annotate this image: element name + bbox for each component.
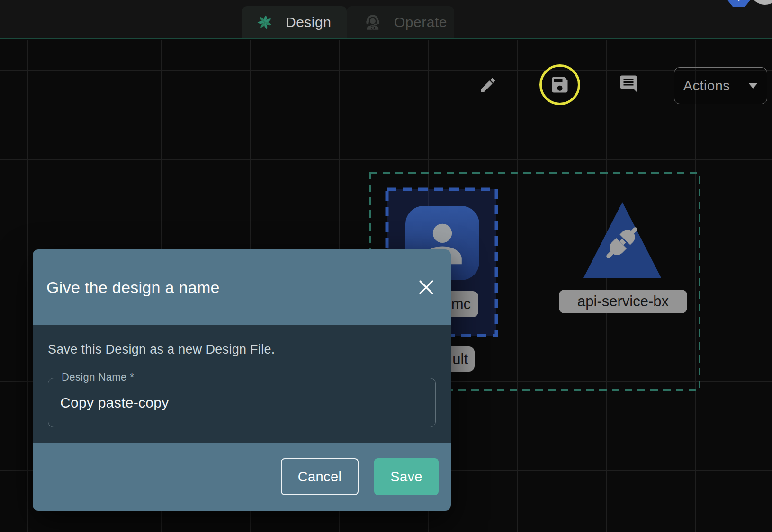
modal-footer: Cancel Save (33, 443, 451, 511)
design-name-input[interactable] (48, 378, 435, 427)
topbar: Design Operate (0, 0, 772, 39)
close-icon (418, 279, 435, 296)
modal-description: Save this Design as a new Design File. (48, 325, 436, 357)
comment-icon (619, 74, 638, 94)
modal-header: Give the design a name (33, 249, 451, 325)
edit-icon (478, 76, 497, 95)
design-name-field: Design Name * (48, 378, 436, 427)
mode-tabs: Design Operate (242, 6, 454, 38)
app-root: mc ult api-service-bx Actions (0, 0, 772, 532)
comment-button[interactable] (619, 74, 638, 96)
caret-down-icon (748, 83, 758, 89)
cancel-button[interactable]: Cancel (281, 458, 359, 495)
modal-body: Save this Design as a new Design File. D… (33, 325, 451, 443)
modal-title: Give the design a name (46, 278, 220, 297)
save-icon (549, 74, 570, 95)
tab-design-label: Design (286, 14, 331, 30)
actions-button[interactable]: Actions (674, 68, 739, 104)
save-button[interactable]: Save (374, 458, 439, 495)
edit-button[interactable] (478, 76, 497, 97)
actions-split-button[interactable]: Actions (674, 67, 767, 104)
actions-dropdown-button[interactable] (739, 68, 767, 104)
tab-operate[interactable]: Operate (347, 6, 454, 38)
save-design-button[interactable] (549, 74, 570, 97)
modal-close-button[interactable] (417, 278, 436, 297)
tab-operate-label: Operate (394, 14, 447, 30)
plug-icon (600, 221, 644, 267)
tab-design[interactable]: Design (242, 6, 347, 38)
api-service-label: api-service-bx (559, 290, 687, 313)
design-name-label: Design Name * (58, 371, 138, 383)
operator-headset-icon (363, 12, 383, 32)
save-design-modal: Give the design a name Save this Design … (33, 249, 451, 511)
kubernetes-logo-icon[interactable] (724, 0, 754, 10)
meshery-logo-icon (256, 14, 273, 31)
